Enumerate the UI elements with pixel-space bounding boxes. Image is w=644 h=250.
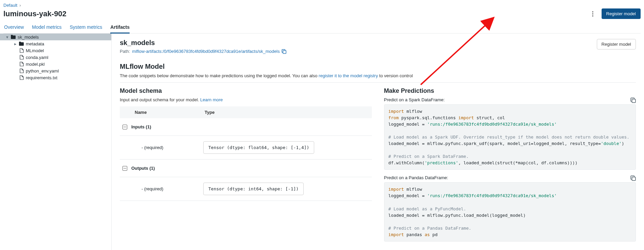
- mlflow-model-heading: MLflow Model: [120, 63, 636, 70]
- tree-item-conda[interactable]: conda.yaml: [0, 54, 111, 61]
- input-name: - (required): [141, 145, 203, 150]
- output-name: - (required): [141, 186, 203, 191]
- caret-down-icon: ▾: [5, 35, 9, 39]
- inputs-label: Inputs (1): [131, 124, 151, 129]
- tab-model-metrics[interactable]: Model metrics: [32, 22, 61, 33]
- tree-item-label: python_env.yaml: [26, 68, 59, 74]
- tab-artifacts[interactable]: Artifacts: [110, 22, 130, 33]
- schema-subtitle: Input and output schema for your model. …: [120, 97, 372, 102]
- breadcrumb: Default ›: [3, 3, 641, 8]
- tabs: Overview Model metrics System metrics Ar…: [3, 22, 641, 34]
- register-model-button[interactable]: Register model: [602, 8, 641, 19]
- tab-system-metrics[interactable]: System metrics: [70, 22, 102, 33]
- svg-point-1: [592, 13, 593, 14]
- tree-item-mlmodel[interactable]: MLmodel: [0, 47, 111, 54]
- spark-code-block[interactable]: import mlflow from pyspark.sql.functions…: [384, 104, 636, 170]
- breadcrumb-sep: ›: [19, 3, 21, 8]
- tree-item-label: MLmodel: [26, 48, 44, 53]
- page-title: luminous-yak-902: [3, 9, 67, 18]
- svg-rect-3: [283, 50, 286, 54]
- col-type: Type: [205, 110, 368, 115]
- more-menu-icon[interactable]: [589, 10, 597, 18]
- folder-icon: [19, 42, 24, 46]
- path-label: Path:: [120, 49, 130, 54]
- svg-point-0: [592, 11, 593, 12]
- pandas-label: Predict on a Pandas DataFrame:: [384, 175, 636, 180]
- register-model-button-secondary[interactable]: Register model: [597, 39, 636, 49]
- tree-item-metadata[interactable]: ▸ metadata: [0, 40, 111, 47]
- register-link[interactable]: register it to the model registry: [319, 73, 378, 78]
- collapse-icon[interactable]: [122, 125, 127, 129]
- input-type: Tensor (dtype: float64, shape: [-1,4]): [203, 141, 314, 154]
- artifact-tree: ▾ sk_models ▸ metadata MLmodel conda.yam…: [0, 34, 112, 250]
- caret-right-icon: ▸: [14, 42, 17, 45]
- tree-item-pyenv[interactable]: python_env.yaml: [0, 67, 111, 74]
- schema-input-row: - (required) Tensor (dtype: float64, sha…: [120, 136, 372, 160]
- schema-title: Model schema: [120, 87, 372, 95]
- file-icon: [20, 68, 24, 73]
- tree-item-label: metadata: [26, 41, 44, 46]
- pandas-code-block[interactable]: import mlflow logged_model = 'runs:/f0e9…: [384, 182, 636, 241]
- folder-icon: [11, 35, 16, 39]
- tree-root[interactable]: ▾ sk_models: [0, 34, 111, 40]
- output-type: Tensor (dtype: int64, shape: [-1]): [203, 183, 304, 195]
- outputs-group[interactable]: Outputs (1): [120, 160, 372, 177]
- copy-code-icon[interactable]: [630, 175, 636, 182]
- file-icon: [20, 75, 24, 80]
- tree-root-label: sk_models: [18, 35, 39, 40]
- schema-header-row: Name Type: [120, 106, 372, 118]
- tab-overview[interactable]: Overview: [4, 22, 24, 33]
- artifact-title: sk_models: [120, 39, 286, 47]
- copy-code-icon[interactable]: [630, 98, 636, 104]
- copy-icon[interactable]: [282, 49, 286, 54]
- collapse-icon[interactable]: [122, 166, 127, 171]
- svg-rect-5: [632, 177, 636, 181]
- predictions-title: Make Predictions: [384, 87, 636, 95]
- schema-output-row: - (required) Tensor (dtype: int64, shape…: [120, 177, 372, 201]
- outputs-label: Outputs (1): [131, 166, 155, 171]
- tree-item-modelpkl[interactable]: model.pkl: [0, 61, 111, 67]
- col-name: Name: [135, 110, 205, 115]
- inputs-group[interactable]: Inputs (1): [120, 118, 372, 136]
- file-icon: [20, 55, 24, 60]
- tree-item-label: model.pkl: [26, 62, 45, 67]
- tree-item-label: requirements.txt: [26, 75, 57, 80]
- spark-label: Predict on a Spark DataFrame:: [384, 97, 636, 102]
- file-icon: [20, 48, 24, 53]
- artifact-path[interactable]: mlflow-artifacts:/0/f0e9636783fc4fd9bd0d…: [132, 49, 280, 54]
- breadcrumb-root[interactable]: Default: [3, 3, 17, 8]
- model-description: The code snippets below demonstrate how …: [120, 73, 636, 78]
- tree-item-label: conda.yaml: [26, 55, 48, 60]
- svg-rect-4: [632, 99, 636, 103]
- svg-point-2: [592, 15, 593, 16]
- tree-item-requirements[interactable]: requirements.txt: [0, 74, 111, 81]
- learn-more-link[interactable]: Learn more: [200, 97, 223, 102]
- file-icon: [20, 62, 24, 66]
